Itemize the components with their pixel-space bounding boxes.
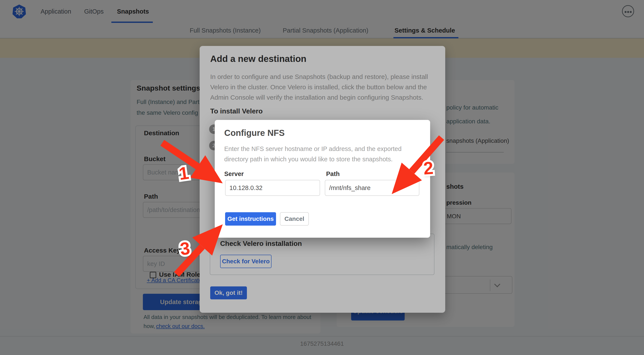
configure-nfs-dialog: Configure NFS Enter the NFS server hostn… — [215, 120, 430, 238]
dialog-desc-line1: Enter the NFS server hostname or IP addr… — [224, 145, 402, 152]
path-label: Path — [326, 170, 340, 177]
nfs-server-input[interactable] — [225, 180, 320, 196]
cancel-button[interactable]: Cancel — [280, 212, 309, 226]
get-instructions-button[interactable]: Get instructions — [225, 212, 276, 226]
dialog-title: Configure NFS — [224, 128, 285, 138]
nfs-path-input[interactable] — [325, 180, 419, 196]
dialog-desc-line2: directory path in which you would like t… — [224, 156, 392, 163]
server-label: Server — [224, 170, 244, 177]
screen: Application GitOps Snapshots Full Snapsh… — [0, 0, 644, 355]
